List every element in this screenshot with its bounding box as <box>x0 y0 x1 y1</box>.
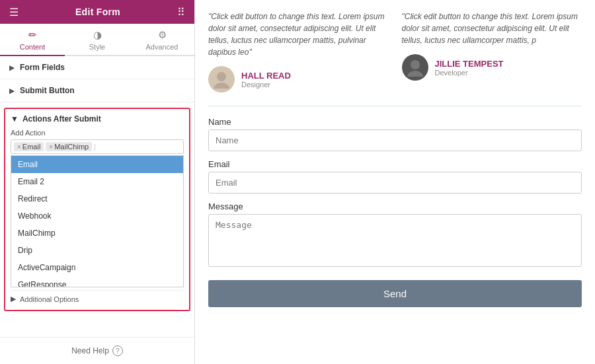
svg-point-3 <box>407 71 423 77</box>
testimonial-1: "Click edit button to change this text. … <box>208 11 389 92</box>
menu-icon[interactable]: ☰ <box>9 6 19 18</box>
submit-arrow: ▶ <box>9 87 15 94</box>
dropdown-item-activecampaign[interactable]: ActiveCampaign <box>11 259 183 276</box>
name-label: Name <box>208 117 582 127</box>
message-textarea[interactable] <box>208 214 582 267</box>
email-tag[interactable]: × Email <box>14 142 44 151</box>
testimonial-2-quote: "Click edit button to change this text. … <box>402 11 582 46</box>
testimonial-1-name: HALL READ <box>241 71 291 81</box>
dropdown-item-getresponse[interactable]: GetResponse <box>11 276 183 287</box>
form-fields-section[interactable]: ▶ Form Fields <box>0 56 194 79</box>
actions-section-title: ▼ Actions After Submit <box>11 114 184 124</box>
add-action-input-row[interactable]: × Email × MailChimp | <box>11 139 184 154</box>
hall-avatar-svg <box>212 70 231 89</box>
mailchimp-tag-remove[interactable]: × <box>49 143 53 151</box>
dropdown-item-mailchimp[interactable]: MailChimp <box>11 225 183 242</box>
style-tab-icon: ◑ <box>93 29 102 41</box>
testimonials-row: "Click edit button to change this text. … <box>208 11 582 92</box>
testimonial-1-quote: "Click edit button to change this text. … <box>208 11 389 58</box>
input-cursor: | <box>94 143 96 151</box>
advanced-tab-icon: ⚙ <box>158 29 167 41</box>
additional-options-arrow: ▶ <box>11 295 16 303</box>
testimonial-2: "Click edit button to change this text. … <box>402 11 582 92</box>
additional-options-label: Additional Options <box>20 295 79 303</box>
actions-arrow: ▼ <box>11 114 19 124</box>
add-action-label: Add Action <box>11 129 184 137</box>
testimonial-2-author: JILLIE TEMPEST Developer <box>402 54 582 81</box>
jillie-avatar-svg <box>406 58 424 77</box>
contact-form: Name Email Message Send <box>208 106 582 307</box>
panel-tabs: ✏ Content ◑ Style ⚙ Advanced <box>0 24 194 56</box>
email-label: Email <box>208 159 582 169</box>
testimonial-1-author: HALL READ Designer <box>208 66 389 92</box>
panel-footer: Need Help ? <box>0 337 194 364</box>
actions-title-label: Actions After Submit <box>22 114 101 124</box>
tab-style[interactable]: ◑ Style <box>65 24 130 56</box>
testimonial-2-author-info: JILLIE TEMPEST Developer <box>435 59 504 77</box>
dropdown-item-webhook[interactable]: Webhook <box>11 207 183 225</box>
name-input[interactable] <box>208 129 582 151</box>
testimonial-1-author-info: HALL READ Designer <box>241 71 291 89</box>
actions-after-submit-section: ▼ Actions After Submit Add Action × Emai… <box>4 108 190 311</box>
left-panel: ☰ Edit Form ⠿ ✏ Content ◑ Style ⚙ Advanc… <box>0 0 195 364</box>
message-label: Message <box>208 201 582 211</box>
dropdown-item-redirect[interactable]: Redirect <box>11 190 183 207</box>
submit-button-section[interactable]: ▶ Submit Button <box>0 79 194 102</box>
dropdown-list: Email Email 2 Redirect Webhook MailChimp… <box>11 156 183 287</box>
email-tag-remove[interactable]: × <box>17 143 21 151</box>
grid-icon[interactable]: ⠿ <box>177 6 185 18</box>
help-icon[interactable]: ? <box>112 346 123 356</box>
panel-header: ☰ Edit Form ⠿ <box>0 0 194 24</box>
right-panel: "Click edit button to change this text. … <box>195 0 595 364</box>
submit-button-label: Submit Button <box>20 86 75 95</box>
form-fields-arrow: ▶ <box>9 64 15 71</box>
dropdown-item-drip[interactable]: Drip <box>11 242 183 259</box>
additional-options[interactable]: ▶ Additional Options <box>11 290 184 305</box>
testimonial-2-name: JILLIE TEMPEST <box>435 59 504 69</box>
action-dropdown[interactable]: Email Email 2 Redirect Webhook MailChimp… <box>11 155 184 287</box>
message-field-group: Message <box>208 201 582 270</box>
panel-title: Edit Form <box>75 7 120 17</box>
dropdown-item-email2[interactable]: Email 2 <box>11 173 183 190</box>
panel-body: ▶ Form Fields ▶ Submit Button ▼ Actions … <box>0 56 194 337</box>
name-field-group: Name <box>208 117 582 151</box>
send-button[interactable]: Send <box>208 280 582 307</box>
email-tag-label: Email <box>22 143 41 151</box>
tab-advanced[interactable]: ⚙ Advanced <box>130 24 194 56</box>
email-input[interactable] <box>208 172 582 194</box>
content-tab-icon: ✏ <box>28 29 37 41</box>
testimonial-2-role: Developer <box>435 69 504 77</box>
style-tab-label: Style <box>89 43 105 51</box>
svg-point-1 <box>214 83 229 89</box>
email-field-group: Email <box>208 159 582 194</box>
right-content: "Click edit button to change this text. … <box>195 0 595 364</box>
content-tab-label: Content <box>20 43 46 51</box>
dropdown-item-email[interactable]: Email <box>11 156 183 173</box>
mailchimp-tag-label: MailChimp <box>54 143 89 151</box>
tab-content[interactable]: ✏ Content <box>0 24 65 56</box>
form-fields-label: Form Fields <box>20 63 65 72</box>
advanced-tab-label: Advanced <box>146 43 178 51</box>
mailchimp-tag[interactable]: × MailChimp <box>46 142 92 151</box>
testimonial-2-avatar <box>402 54 428 81</box>
svg-point-0 <box>217 72 226 81</box>
testimonial-1-avatar <box>208 66 235 92</box>
testimonial-1-role: Designer <box>241 81 291 89</box>
svg-point-2 <box>411 60 420 69</box>
help-label: Need Help <box>71 346 109 355</box>
